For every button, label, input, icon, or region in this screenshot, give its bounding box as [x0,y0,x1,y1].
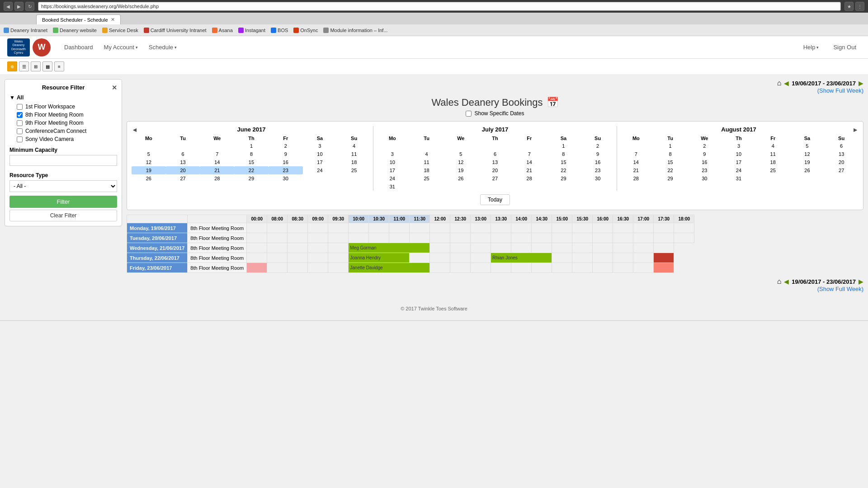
show-specific-dates-checkbox[interactable] [466,111,472,117]
cal-day[interactable]: 19 [443,166,478,174]
slot[interactable] [328,263,349,273]
forward-button[interactable]: ▶ [14,2,24,11]
bookmark-instagant[interactable]: Instagant [238,28,265,33]
slot[interactable] [267,243,288,253]
slot[interactable] [450,233,471,243]
slot[interactable] [450,243,471,253]
slot[interactable] [471,263,491,273]
bookmark-onsync[interactable]: OnSync [293,28,318,33]
cal-day[interactable]: 27 [824,166,859,174]
cal-day[interactable]: 11 [337,150,371,158]
bookmark-service-desk[interactable]: Service Desk [102,28,138,33]
slot[interactable] [511,263,532,273]
refresh-button[interactable]: ↻ [25,2,34,11]
bookmark-deanery-intranet[interactable]: Deanery Intranet [4,28,47,33]
cal-day[interactable]: 31 [722,174,756,183]
cal-day[interactable]: 18 [337,158,371,166]
slot[interactable] [369,233,389,243]
star-button[interactable]: ★ [844,2,854,11]
slot[interactable] [288,263,308,273]
slot[interactable] [308,263,328,273]
cal-day[interactable]: 22 [653,166,688,174]
cal-day[interactable]: 20 [478,166,512,174]
filter-close-icon[interactable]: ✕ [112,84,117,91]
cal-day[interactable]: 13 [478,158,512,166]
filter-item-confcam[interactable]: ConferenceCam Connect [9,127,117,135]
cal-day[interactable]: 10 [722,150,756,158]
cal-day[interactable]: 12 [132,158,166,166]
cal-day[interactable]: 17 [375,166,410,174]
cal-day[interactable]: 27 [166,174,200,183]
slot-pink[interactable] [247,263,267,273]
cal-day[interactable]: 20 [824,158,859,166]
cal-day-23[interactable]: 23 [269,166,303,174]
cal-day[interactable]: 2 [269,142,303,150]
slot[interactable] [369,223,389,233]
slot[interactable] [674,223,694,233]
cal-day[interactable]: 5 [790,142,825,150]
slot[interactable] [633,263,654,273]
slot[interactable] [450,223,471,233]
slot[interactable] [572,253,593,263]
slot[interactable] [532,243,552,253]
slot[interactable] [288,233,308,243]
cal-day[interactable]: 9 [269,150,303,158]
slot[interactable] [511,243,532,253]
cal-day[interactable]: 7 [619,150,653,158]
slot[interactable] [247,233,267,243]
slot[interactable] [430,223,450,233]
cal-day[interactable]: 13 [824,150,859,158]
bookmark-module[interactable]: Module information – Inf... [323,28,387,33]
slot[interactable] [267,223,288,233]
slot[interactable] [613,263,633,273]
filter-checkbox-confcam[interactable] [17,128,23,134]
slot[interactable] [552,233,572,243]
slot[interactable] [511,233,532,243]
cal-day[interactable]: 5 [132,150,166,158]
slot[interactable] [552,243,572,253]
slot[interactable] [633,223,654,233]
slot[interactable] [410,223,430,233]
filter-item-sony[interactable]: Sony Video Camera [9,135,117,143]
slot[interactable] [328,253,349,263]
slot-salmon[interactable] [654,263,674,273]
cal-day[interactable]: 28 [619,174,653,183]
help-nav-link[interactable]: Help ▾ [799,41,824,53]
cal-day[interactable]: 29 [234,174,269,183]
slot[interactable] [613,243,633,253]
cal-day[interactable]: 23 [687,166,722,174]
filter-checkbox-sony[interactable] [17,136,23,142]
cal-day[interactable]: 30 [269,174,303,183]
slot[interactable] [288,253,308,263]
resource-type-select[interactable]: - All - [9,180,117,192]
cal-day[interactable]: 9 [580,150,615,158]
nav-prev-icon-bottom[interactable]: ◀ [784,278,789,285]
back-button[interactable]: ◀ [4,2,13,11]
slot[interactable] [410,253,430,263]
cal-day[interactable]: 4 [337,142,371,150]
cal-day[interactable]: 2 [580,142,615,150]
filter-all-item[interactable]: ▼ All [9,94,117,101]
cal-day[interactable]: 10 [303,150,337,158]
cal-day[interactable]: 24 [375,174,410,183]
dashboard-nav-link[interactable]: Dashboard [60,41,98,53]
cal-day[interactable]: 18 [756,158,790,166]
cal-day[interactable]: 6 [166,150,200,158]
slot[interactable] [328,223,349,233]
cal-day[interactable]: 7 [200,150,234,158]
show-full-week-bottom[interactable]: (Show Full Week) [817,286,863,292]
slot[interactable] [552,263,572,273]
slot[interactable] [471,223,491,233]
cal-day[interactable]: 28 [200,174,234,183]
slot[interactable] [328,233,349,243]
cal-day[interactable]: 3 [722,142,756,150]
cal-day[interactable]: 1 [234,142,269,150]
settings-button[interactable]: ⋮ [855,2,864,11]
slot[interactable] [389,223,410,233]
cal-day-21[interactable]: 21 [200,166,234,174]
address-bar[interactable]: https://bookings.walesdeanery.org/Web/sc… [38,2,841,11]
cal-day[interactable]: 8 [234,150,269,158]
slot[interactable] [308,253,328,263]
today-button[interactable]: Today [480,194,510,205]
slot[interactable] [572,263,593,273]
